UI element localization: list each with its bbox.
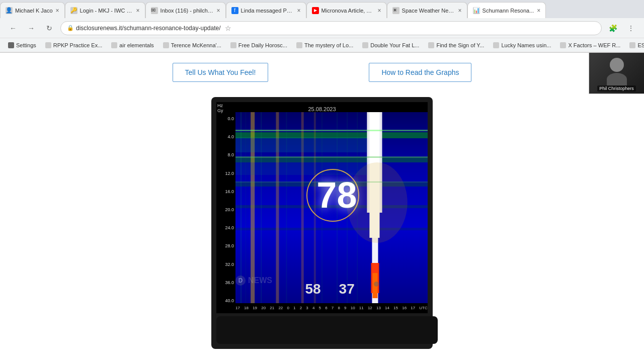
watermark-d-circle: D <box>235 276 246 286</box>
address-icons: ☆ <box>225 24 231 32</box>
tab-label-4: Linda messaged Psychic Ally ... <box>241 8 294 14</box>
x-label-12: 12 <box>368 306 372 310</box>
tab-favicon-1: 👤 <box>6 7 13 14</box>
browser-chrome: 👤 Michael K Jaco × 🔑 Login - MKJ - IWC 2… <box>0 0 644 53</box>
bookmark-icon-sign <box>428 42 434 48</box>
x-label-16: 16 <box>402 306 407 310</box>
tab-close-3[interactable]: × <box>217 7 220 14</box>
bookmark-rpkp[interactable]: RPKP Practice Ex... <box>41 41 107 49</box>
bookmark-mystery[interactable]: The mystery of Lo... <box>292 41 357 49</box>
tab-close-1[interactable]: × <box>56 7 59 14</box>
y-label-1: 4.0 <box>216 134 235 139</box>
svg-rect-29 <box>357 112 358 303</box>
x-label-17b: 17 <box>411 306 415 310</box>
tab-favicon-7: 📊 <box>473 7 480 14</box>
svg-rect-18 <box>235 156 428 158</box>
address-box[interactable]: 🔒 disclosurenews.it/schumann-resonance-t… <box>60 21 602 35</box>
forward-button[interactable]: → <box>24 21 38 35</box>
tab-close-2[interactable]: × <box>136 7 140 14</box>
bookmark-label-xfactors: X Factors – WEF R... <box>568 42 620 48</box>
tab-inbox[interactable]: ✉ Inbox (116) - philchris58@gm... × <box>145 2 226 18</box>
tab-favicon-5: ▶ <box>312 7 319 14</box>
tab-michael-k-jaco[interactable]: 👤 Michael K Jaco × <box>0 2 65 18</box>
bookmark-label-rpkp: RPKP Practice Ex... <box>53 42 103 48</box>
bookmark-terence[interactable]: Terence McKenna'... <box>159 41 225 49</box>
x-label-3: 3 <box>306 306 308 310</box>
bookmark-air[interactable]: air elementals <box>107 41 157 49</box>
bookmark-sign[interactable]: Find the Sign of Y... <box>424 41 488 49</box>
tab-micronova[interactable]: ▶ Micronova Article, Another Ne... × <box>306 2 387 18</box>
y-label-8: 32.0 <box>216 262 235 267</box>
bookmark-label-settings: Settings <box>16 42 36 48</box>
bookmark-icon-esrl <box>629 42 635 48</box>
bookmark-horoscope[interactable]: Free Daily Horosc... <box>226 41 291 49</box>
y-label-2: 8.0 <box>216 152 235 157</box>
watermark-text: NEWS <box>248 276 272 285</box>
video-overlay: Phil Christophers <box>589 53 644 94</box>
bookmark-icon-horoscope <box>230 42 236 48</box>
svg-rect-25 <box>286 112 287 303</box>
bookmark-label-esrl: ESRL Global <box>637 42 644 48</box>
x-label-20: 20 <box>261 306 266 310</box>
bookmarks-bar: Settings RPKP Practice Ex... air element… <box>0 38 644 52</box>
bookmark-settings[interactable]: Settings <box>4 41 40 49</box>
svg-rect-17 <box>235 130 428 131</box>
bookmark-label-fat: Double Your Fat L... <box>370 42 419 48</box>
x-axis: 17 18 19 20 21 22 0 1 2 3 4 5 6 7 <box>235 302 428 313</box>
bookmark-icon-air <box>111 42 117 48</box>
gy-label: Gy <box>216 108 235 113</box>
graph-container: 25.08.2023 Hz Gy 0.0 4.0 8.0 12.0 16.0 2… <box>211 97 433 349</box>
tab-login-mkj[interactable]: 🔑 Login - MKJ - IWC 2.0 × <box>65 2 145 18</box>
x-label-18: 18 <box>244 306 249 310</box>
bookmark-icon-settings <box>8 42 14 48</box>
address-text: disclosurenews.it/schumann-resonance-tod… <box>76 25 221 32</box>
graph-date: 25.08.2023 <box>308 106 336 112</box>
bookmark-esrl[interactable]: ESRL Global <box>625 41 644 49</box>
bookmark-label-sign: Find the Sign of Y... <box>436 42 484 48</box>
back-button[interactable]: ← <box>6 21 20 35</box>
person-body-shape <box>607 73 627 85</box>
tab-schumann[interactable]: 📊 Schumann Resona... × <box>467 2 546 18</box>
tab-label-3: Inbox (116) - philchris58@gm... <box>160 8 214 14</box>
tab-close-6[interactable]: × <box>458 7 462 14</box>
tab-favicon-4: f <box>231 7 238 14</box>
tab-close-7[interactable]: × <box>537 7 540 14</box>
tab-linda[interactable]: f Linda messaged Psychic Ally ... × <box>226 2 306 18</box>
y-label-0: 0.0 <box>216 116 235 121</box>
x-label-11: 11 <box>359 306 364 310</box>
hz-label: Hz <box>216 103 235 108</box>
y-label-10: 40.0 <box>216 298 235 303</box>
tab-favicon-2: 🔑 <box>70 7 77 14</box>
bookmark-label-horoscope: Free Daily Horosc... <box>238 42 287 48</box>
tell-us-button[interactable]: Tell Us What You Feel! <box>173 63 269 82</box>
bookmark-lucky[interactable]: Lucky Names usin... <box>489 41 555 49</box>
x-label-4: 4 <box>312 306 314 310</box>
tab-space-weather[interactable]: ☀ Space Weather News × <box>387 2 467 18</box>
how-to-read-button[interactable]: How to Read the Graphs <box>369 63 471 82</box>
bookmark-label-mystery: The mystery of Lo... <box>304 42 353 48</box>
menu-button[interactable]: ⋮ <box>624 21 638 35</box>
x-label-8: 8 <box>338 306 340 310</box>
y-label-5: 20.0 <box>216 207 235 212</box>
graph-area: 25.08.2023 Hz Gy 0.0 4.0 8.0 12.0 16.0 2… <box>216 102 428 313</box>
watermark: D NEWS <box>235 276 272 286</box>
bookmark-star-icon[interactable]: ☆ <box>225 24 231 32</box>
tab-close-4[interactable]: × <box>297 7 301 14</box>
main-area: Tell Us What You Feel! How to Read the G… <box>0 53 644 359</box>
y-label-7: 28.0 <box>216 243 235 248</box>
tab-favicon-3: ✉ <box>151 7 158 14</box>
y-label-9: 36.0 <box>216 280 235 285</box>
svg-rect-23 <box>246 112 246 303</box>
graph-big-number: 78 <box>316 177 357 213</box>
bookmark-xfactors[interactable]: X Factors – WEF R... <box>556 41 624 49</box>
graph-inner: 25.08.2023 Hz Gy 0.0 4.0 8.0 12.0 16.0 2… <box>216 102 428 344</box>
x-label-21: 21 <box>270 306 274 310</box>
x-label-6: 6 <box>325 306 327 310</box>
tab-label-7: Schumann Resona... <box>482 8 534 14</box>
refresh-button[interactable]: ↻ <box>42 21 56 35</box>
person-head-shape <box>610 58 624 72</box>
extensions-button[interactable]: 🧩 <box>606 21 620 35</box>
tab-close-5[interactable]: × <box>378 7 381 14</box>
bookmark-fat[interactable]: Double Your Fat L... <box>358 41 423 49</box>
buttons-row: Tell Us What You Feel! How to Read the G… <box>0 63 644 82</box>
